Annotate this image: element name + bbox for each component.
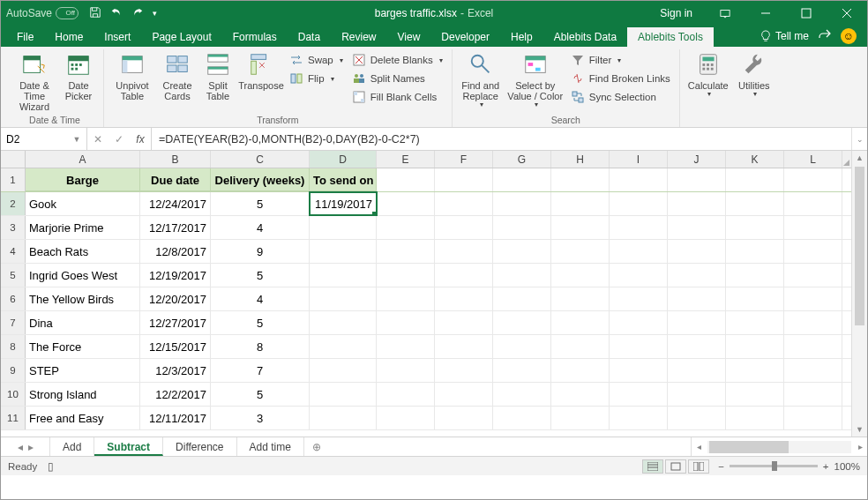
cell-I3[interactable] (610, 216, 668, 239)
cell-A11[interactable]: Free and Easy (26, 407, 140, 429)
cell-E2[interactable] (377, 192, 435, 215)
autosave-switch[interactable] (56, 7, 79, 19)
cell-F3[interactable] (435, 216, 493, 239)
row-header-5[interactable]: 5 (1, 264, 26, 287)
tab-file[interactable]: File (6, 27, 44, 47)
swap-button[interactable]: Swap▾ (286, 51, 347, 69)
cell-K6[interactable] (726, 287, 784, 310)
zoom-slider[interactable] (730, 465, 818, 467)
col-header-I[interactable]: I (610, 151, 668, 168)
row-header-7[interactable]: 7 (1, 311, 26, 334)
formula-input[interactable]: =DATE(YEAR(B2)-0,MONTH(B2)-0,DAY(B2)-0-C… (152, 128, 851, 150)
row-header-2[interactable]: 2 (1, 192, 26, 215)
cell-L5[interactable] (784, 264, 842, 287)
cell-F1[interactable] (435, 168, 493, 191)
cell-E6[interactable] (377, 287, 435, 310)
cell-C6[interactable]: 4 (211, 287, 310, 310)
minimize-button[interactable] (745, 1, 786, 26)
cell-L11[interactable] (784, 407, 842, 429)
cell-E1[interactable] (377, 168, 435, 191)
qat-customize-icon[interactable]: ▾ (153, 9, 157, 18)
cell-A10[interactable]: Strong Island (26, 383, 140, 406)
redo-icon[interactable] (131, 6, 144, 21)
cell-G11[interactable] (493, 407, 551, 429)
cell-E3[interactable] (377, 216, 435, 239)
cell-D6[interactable] (310, 287, 377, 310)
cell-B6[interactable]: 12/20/2017 (140, 287, 211, 310)
cell-K1[interactable] (726, 168, 784, 191)
zoom-in-button[interactable]: + (823, 461, 829, 472)
cell-K9[interactable] (726, 359, 784, 382)
cell-I8[interactable] (610, 335, 668, 358)
filter-button[interactable]: Filter▾ (567, 51, 674, 69)
cell-C9[interactable]: 7 (211, 359, 310, 382)
zoom-out-button[interactable]: − (718, 461, 724, 472)
cell-H4[interactable] (551, 240, 610, 263)
select-all-corner[interactable] (1, 151, 26, 168)
sheet-tab-difference[interactable]: Difference (163, 437, 236, 456)
tab-help[interactable]: Help (500, 27, 543, 47)
cell-J5[interactable] (668, 264, 726, 287)
col-header-K[interactable]: K (726, 151, 784, 168)
cell-F5[interactable] (435, 264, 493, 287)
tab-data[interactable]: Data (288, 27, 331, 47)
undo-icon[interactable] (110, 6, 123, 21)
cell-H3[interactable] (551, 216, 610, 239)
cell-C4[interactable]: 9 (211, 240, 310, 263)
cell-I6[interactable] (610, 287, 668, 310)
cell-D2[interactable]: 11/19/2017 (310, 192, 377, 215)
cell-H5[interactable] (551, 264, 610, 287)
cell-E11[interactable] (377, 407, 435, 429)
sheet-tab-add-time[interactable]: Add time (237, 437, 304, 456)
cell-G2[interactable] (493, 192, 551, 215)
cell-G8[interactable] (493, 335, 551, 358)
cell-F8[interactable] (435, 335, 493, 358)
cell-J7[interactable] (668, 311, 726, 334)
cell-D3[interactable] (310, 216, 377, 239)
cell-I11[interactable] (610, 407, 668, 429)
cell-E4[interactable] (377, 240, 435, 263)
date-picker-button[interactable]: Date Picker (59, 49, 98, 103)
cell-J4[interactable] (668, 240, 726, 263)
cell-C11[interactable]: 3 (211, 407, 310, 429)
feedback-smiley-icon[interactable]: ☺ (841, 28, 857, 44)
spreadsheet-grid[interactable]: ABCDEFGHIJKL 1BargeDue dateDelivery (wee… (1, 151, 867, 437)
cell-J9[interactable] (668, 359, 726, 382)
cell-A8[interactable]: The Force (26, 335, 140, 358)
cell-H7[interactable] (551, 311, 610, 334)
cell-A2[interactable]: Gook (26, 192, 140, 215)
cell-G1[interactable] (493, 168, 551, 191)
cell-K5[interactable] (726, 264, 784, 287)
cell-B3[interactable]: 12/17/2017 (140, 216, 211, 239)
cell-F11[interactable] (435, 407, 493, 429)
cell-H11[interactable] (551, 407, 610, 429)
col-header-J[interactable]: J (668, 151, 726, 168)
cell-C5[interactable]: 5 (211, 264, 310, 287)
cell-B11[interactable]: 12/11/2017 (140, 407, 211, 429)
cell-F9[interactable] (435, 359, 493, 382)
cell-D5[interactable] (310, 264, 377, 287)
cell-G10[interactable] (493, 383, 551, 406)
cell-A4[interactable]: Beach Rats (26, 240, 140, 263)
fill-blank-cells-button[interactable]: Fill Blank Cells (348, 88, 446, 106)
cell-L1[interactable] (784, 168, 842, 191)
cell-B5[interactable]: 12/19/2017 (140, 264, 211, 287)
cell-L3[interactable] (784, 216, 842, 239)
col-header-B[interactable]: B (140, 151, 211, 168)
cell-E7[interactable] (377, 311, 435, 334)
scroll-thumb[interactable] (709, 441, 789, 453)
page-layout-view-button[interactable] (665, 459, 686, 474)
cell-K2[interactable] (726, 192, 784, 215)
name-box[interactable]: D2 ▼ (1, 128, 87, 150)
sync-selection-button[interactable]: Sync Selection (567, 88, 674, 106)
cell-J10[interactable] (668, 383, 726, 406)
cell-A5[interactable]: Ingrid Goes West (26, 264, 140, 287)
tab-page-layout[interactable]: Page Layout (141, 27, 221, 47)
share-button[interactable] (818, 27, 832, 45)
unpivot-table-button[interactable]: Unpivot Table (109, 49, 155, 103)
cell-F4[interactable] (435, 240, 493, 263)
cell-I10[interactable] (610, 383, 668, 406)
cell-F2[interactable] (435, 192, 493, 215)
cell-I5[interactable] (610, 264, 668, 287)
page-break-view-button[interactable] (688, 459, 709, 474)
